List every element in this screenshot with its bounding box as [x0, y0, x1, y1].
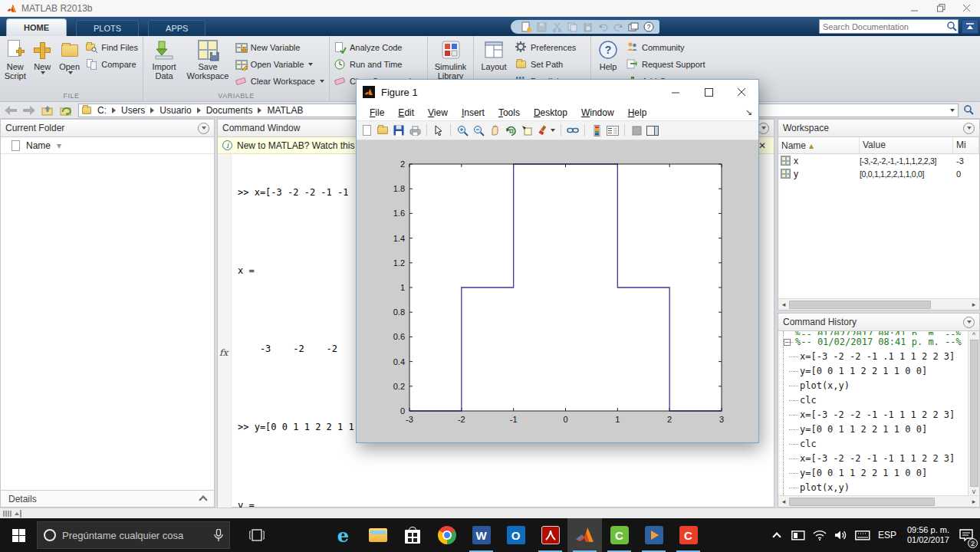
rotate-3d-button[interactable] — [504, 123, 518, 137]
new-script-quick-icon[interactable] — [520, 21, 532, 32]
redo-icon[interactable] — [612, 21, 624, 32]
current-folder-column-header[interactable]: Name ▾ — [1, 137, 214, 154]
panel-menu-button[interactable] — [963, 317, 975, 328]
back-button[interactable] — [3, 104, 18, 117]
help-icon[interactable]: ? — [643, 21, 655, 32]
paste-icon[interactable] — [581, 21, 594, 32]
touch-keyboard-icon[interactable] — [853, 524, 872, 547]
breadcrumb-item[interactable]: MATLAB — [265, 105, 304, 116]
scroll-down-icon[interactable]: v — [968, 488, 979, 495]
scrollbar-thumb[interactable] — [970, 340, 978, 487]
close-button[interactable] — [954, 0, 980, 17]
taskbar-app-store[interactable] — [395, 518, 429, 552]
scroll-right-icon[interactable]: ▸ — [968, 301, 979, 308]
panel-menu-button[interactable] — [198, 123, 209, 134]
menu-file[interactable]: File — [363, 107, 391, 118]
menu-view[interactable]: View — [421, 107, 455, 118]
taskbar-app-adobe-reader[interactable] — [533, 518, 567, 552]
history-entry[interactable]: x=[-3 -2 -2 -1 .1 1 1 2 2 3] — [784, 350, 968, 364]
preferences-button[interactable]: Preferences — [515, 41, 576, 54]
taskbar-app-recorder[interactable]: C — [671, 518, 705, 552]
copy-icon[interactable] — [566, 21, 578, 32]
browse-for-folder-button[interactable] — [58, 104, 74, 117]
new-button[interactable]: New — [30, 38, 54, 92]
cut-icon[interactable] — [551, 21, 563, 32]
save-icon[interactable] — [535, 21, 548, 32]
history-entry[interactable]: clc — [784, 393, 968, 408]
banner-close-button[interactable]: ✕ — [758, 140, 769, 151]
pan-button[interactable] — [488, 123, 502, 137]
workspace-name-column[interactable]: Name▴ — [778, 137, 860, 153]
taskbar-app-camtasia[interactable]: C — [602, 518, 636, 552]
edit-plot-button[interactable] — [432, 123, 446, 137]
taskbar-app-chrome[interactable] — [429, 518, 464, 552]
figure-close-button[interactable] — [725, 80, 758, 104]
workspace-row[interactable]: y [0,0,1,1,2,2,1,1,0,0] 0 — [778, 167, 979, 180]
history-entry[interactable]: clc — [784, 437, 968, 452]
show-hidden-icons-button[interactable] — [768, 524, 786, 547]
data-cursor-button[interactable] — [520, 123, 534, 137]
zoom-in-button[interactable] — [455, 123, 469, 137]
hide-plot-tools-button[interactable] — [630, 123, 643, 137]
menu-insert[interactable]: Insert — [455, 107, 492, 118]
history-entry[interactable]: x=[-3 -2 -2 -1 -1 1 1 2 2 3] — [784, 452, 968, 466]
taskbar-app-media-player[interactable] — [636, 518, 671, 552]
fx-indicator[interactable]: fx — [219, 347, 228, 358]
menu-help[interactable]: Help — [621, 107, 654, 118]
new-script-button[interactable]: New Script — [3, 38, 27, 92]
search-documentation-input[interactable] — [820, 22, 946, 31]
workspace-horizontal-scrollbar[interactable]: ◂ ▸ — [778, 298, 979, 310]
insert-colorbar-button[interactable] — [590, 123, 603, 137]
history-entry[interactable]: y=[0 0 1 1 2 2 1 1 0 0] — [784, 364, 968, 379]
command-history-list[interactable]: %-- 01/02/2017 08:41 p. m. --% −%-- 01/0… — [778, 331, 968, 495]
history-entry[interactable]: plot(x,y) — [784, 481, 968, 495]
history-entry[interactable]: x=[-3 -2 -2 -1 -1 1 1 2 2 3] — [784, 408, 968, 422]
search-folder-button[interactable] — [961, 104, 976, 117]
undo-icon[interactable] — [597, 21, 609, 32]
clear-workspace-button[interactable]: Clear Workspace — [235, 75, 324, 87]
zoom-out-button[interactable] — [472, 123, 485, 137]
console-text[interactable]: >> x=[-3 -2 -2 -1 -1 x = -3 -2 -2 >> y=[… — [232, 154, 354, 552]
import-data-button[interactable]: Import Data — [146, 38, 182, 92]
wifi-icon[interactable] — [811, 524, 829, 547]
search-icon[interactable] — [946, 21, 958, 32]
menu-overflow-icon[interactable]: ↘ — [745, 107, 758, 117]
figure-titlebar[interactable]: Figure 1 — [357, 80, 758, 104]
brush-data-button[interactable] — [536, 123, 556, 137]
history-entry[interactable]: y=[0 0 1 1 2 2 1 1 0 0] — [784, 422, 968, 437]
microphone-icon[interactable] — [214, 529, 223, 542]
toolbar-grip-icon[interactable] — [3, 510, 21, 518]
address-dropdown-caret-icon[interactable] — [950, 109, 955, 112]
scrollbar-thumb[interactable] — [789, 301, 931, 309]
run-and-time-button[interactable]: Run and Time — [334, 58, 425, 71]
name-column-header[interactable]: Name — [26, 140, 51, 151]
workspace-variable-list[interactable]: x [-3,-2,-2,-1,-1,1,1,2,2,3] -3 y [0,0,1… — [778, 154, 979, 298]
collapse-ribbon-button[interactable] — [962, 19, 978, 34]
menu-desktop[interactable]: Desktop — [527, 107, 574, 118]
scroll-left-icon[interactable]: ◂ — [778, 301, 789, 308]
open-button[interactable]: Open — [58, 38, 81, 92]
tab-plots[interactable]: PLOTS — [76, 20, 139, 36]
breadcrumb-item[interactable]: C: — [96, 105, 108, 116]
breadcrumb-item[interactable]: Users — [120, 105, 146, 116]
community-button[interactable]: Community — [626, 41, 705, 54]
tablet-mode-icon[interactable] — [789, 524, 807, 547]
restore-button[interactable] — [928, 0, 954, 17]
search-documentation-box[interactable] — [819, 19, 959, 34]
menu-tools[interactable]: Tools — [492, 107, 527, 118]
breadcrumb-item[interactable]: Usuario — [158, 105, 192, 116]
show-plot-tools-button[interactable] — [646, 123, 659, 137]
taskbar-app-word[interactable]: W — [464, 518, 498, 552]
compare-button[interactable]: Compare — [86, 58, 138, 71]
analyze-code-button[interactable]: Analyze Code — [334, 41, 425, 54]
details-bar[interactable]: Details — [1, 490, 214, 507]
start-button[interactable] — [0, 518, 37, 552]
task-view-button[interactable] — [239, 518, 274, 552]
scroll-up-icon[interactable]: ^ — [968, 331, 979, 339]
taskbar-clock[interactable]: 09:56 p. m. 01/02/2017 — [903, 525, 954, 545]
tab-apps[interactable]: APPS — [148, 20, 206, 36]
language-indicator[interactable]: ESP — [875, 530, 899, 540]
workspace-value-column[interactable]: Value — [860, 137, 953, 153]
find-files-button[interactable]: Find Files — [86, 41, 138, 54]
open-file-button[interactable] — [376, 123, 390, 137]
